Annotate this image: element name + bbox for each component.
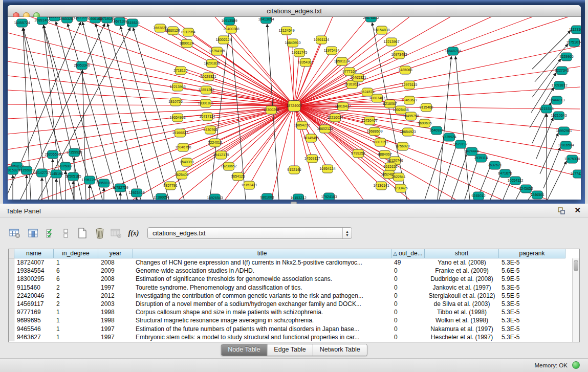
graph-node-label: 16153421: [241, 183, 257, 187]
column-header-name[interactable]: name: [14, 249, 54, 258]
clear-selection-button[interactable]: [59, 226, 73, 240]
cell-in_degree: 1: [54, 325, 98, 333]
table-row[interactable]: 946362711997Embryonic stem cells: a mode…: [9, 333, 579, 341]
graph-node-label: 1615152: [383, 165, 397, 168]
graph-edge: [548, 161, 567, 200]
graph-node-label: 16120746: [387, 159, 403, 162]
cell-year: 2003: [98, 300, 133, 308]
table-row[interactable]: 1830029562008Estimation of significance …: [9, 275, 579, 283]
graph-node-label: 19611745: [292, 51, 308, 54]
status-bar: Memory: OK: [0, 358, 588, 372]
graph-node-label: 10465321: [350, 76, 366, 79]
graph-node-label: 15720407: [361, 119, 377, 122]
show-columns-button[interactable]: [27, 226, 40, 240]
select-all-button[interactable]: [44, 226, 57, 240]
table-selector-dropdown[interactable]: citations_edges.txt ▲▼: [147, 227, 352, 239]
column-header-out_de[interactable]: △out_de...: [391, 249, 425, 258]
graph-node-label: 36717114: [200, 115, 215, 118]
graph-node-label: 16954134: [319, 167, 335, 170]
table-corner: [9, 249, 14, 258]
cell-name: 18724007: [14, 258, 54, 267]
network-canvas[interactable]: 1872400712124549166409101961174518354301…: [8, 17, 581, 200]
table-row[interactable]: 969969511998Structural magnetic resonanc…: [9, 316, 579, 324]
graph-node-label: 16913589: [221, 19, 237, 23]
table-row[interactable]: 1456911722003Disruption of a novel membe…: [9, 300, 579, 308]
graph-node-label: 18724007: [286, 104, 302, 107]
column-header-in_degree[interactable]: in_degree: [54, 249, 98, 258]
table-row[interactable]: 1938455462009Genome-wide association stu…: [9, 267, 579, 275]
cell-in_degree: 1: [54, 258, 98, 267]
graph-node-label: 9857791: [163, 184, 177, 187]
cell-out_de: 0: [391, 300, 425, 308]
graph-node-label: 12124549: [278, 29, 294, 32]
network-desktop: citations_edges.txt 18724007121245491664…: [0, 0, 588, 204]
table-selector-value: citations_edges.txt: [153, 230, 206, 237]
delete-table-button[interactable]: [110, 226, 123, 240]
table-row[interactable]: 946554611997Estimation of the future num…: [9, 325, 579, 333]
cell-pagerank: 5.3E-5: [499, 283, 565, 292]
table-toolbar: f(x) citations_edges.txt ▲▼: [0, 224, 588, 245]
graph-node-label: 3915923: [8, 168, 20, 172]
graph-node-label: 9679197: [453, 142, 467, 146]
table-settings-button[interactable]: [8, 226, 21, 240]
graph-node-label: 15992961: [556, 129, 572, 133]
graph-edge: [107, 24, 154, 200]
graph-node-label: 11675330: [564, 157, 580, 161]
graph-node-label: 12142737: [34, 171, 50, 174]
column-header-pagerank[interactable]: pagerank: [499, 249, 565, 258]
column-header-short[interactable]: short: [425, 249, 499, 258]
graph-node-label: 16774250: [570, 172, 581, 176]
function-builder-button[interactable]: f(x): [127, 226, 140, 240]
graph-edge: [451, 149, 469, 200]
cell-name: 19384554: [14, 267, 54, 275]
network-window-titlebar[interactable]: citations_edges.txt: [8, 5, 581, 17]
graph-node-label: 9529966: [559, 55, 573, 58]
cell-out_de: 0: [391, 325, 425, 333]
cell-name: 22420046: [14, 292, 54, 300]
graph-edge: [96, 24, 141, 200]
column-header-title[interactable]: title: [133, 249, 391, 258]
cell-pagerank: 5.3E-5: [499, 258, 565, 267]
cell-in_degree: 2: [54, 300, 98, 308]
row-gutter: [9, 300, 14, 308]
graph-node-label: 12923468: [128, 191, 144, 194]
memory-status-icon[interactable]: [572, 361, 580, 369]
new-document-button[interactable]: [76, 226, 89, 240]
graph-node-label: 15854212: [294, 123, 310, 127]
tab-edge-table[interactable]: Edge Table: [267, 344, 312, 356]
cell-pagerank: 5.3E-5: [499, 308, 565, 316]
graph-node-label: 12216034: [327, 116, 343, 119]
row-gutter: [9, 283, 14, 292]
graph-node-label: 11975434: [324, 49, 340, 52]
graph-edge: [455, 56, 470, 200]
graph-node-label: 18002124: [215, 38, 231, 41]
graph-node-label: 8799252: [351, 151, 365, 155]
cell-out_de: 0: [391, 267, 425, 275]
table-row[interactable]: 911546021997Tourette syndrome. Phenomeno…: [9, 283, 579, 292]
cell-year: 1997: [98, 325, 133, 333]
cell-title: Corpus callosum shape and size in male p…: [133, 308, 391, 316]
column-header-year[interactable]: year: [98, 249, 133, 258]
tab-network-table[interactable]: Network Table: [313, 344, 367, 356]
row-gutter: [9, 325, 14, 333]
table-row[interactable]: 1872400712008Changes of HCN gene express…: [9, 258, 579, 267]
graph-node-label: 20053346: [74, 63, 90, 67]
cell-in_degree: 6: [54, 267, 98, 275]
cell-out_de: 0: [391, 283, 425, 292]
scrollbar-thumb[interactable]: [574, 260, 578, 271]
network-window-title: citations_edges.txt: [8, 7, 581, 15]
table-row[interactable]: 2242004622012Investigating the contribut…: [9, 292, 579, 300]
tab-node-table[interactable]: Node Table: [221, 344, 267, 356]
graph-node-label: 12213963: [169, 85, 185, 89]
graph-node-label: 9756928: [396, 144, 409, 148]
table-row[interactable]: 977716911998Corpus callosum shape and si…: [9, 308, 579, 316]
delete-entries-button[interactable]: [93, 226, 106, 240]
close-panel-icon[interactable]: ✕: [574, 206, 581, 215]
float-panel-icon[interactable]: [557, 207, 565, 215]
table-scrollbar[interactable]: [572, 258, 579, 342]
sort-ascending-icon: △: [393, 251, 397, 256]
graph-node-label: 1145194: [50, 172, 63, 176]
cell-in_degree: 6: [54, 275, 98, 283]
cell-title: Genome-wide association studies in ADHD.: [133, 267, 391, 275]
graph-edge: [215, 106, 294, 143]
